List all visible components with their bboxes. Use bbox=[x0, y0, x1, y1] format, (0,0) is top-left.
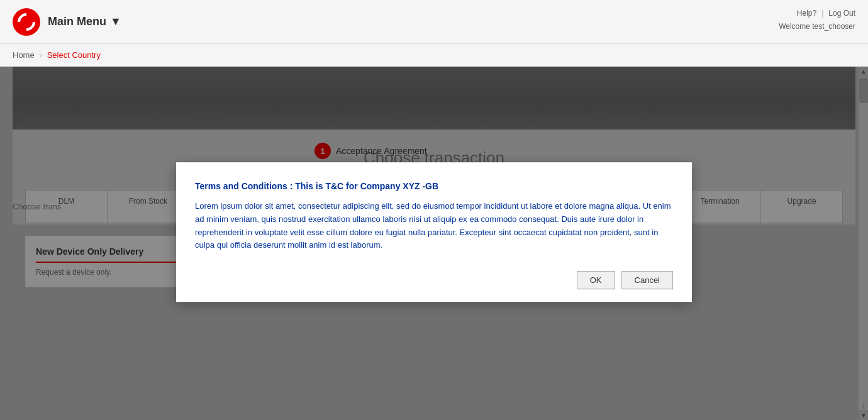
welcome-text: Welcome test_chooser bbox=[779, 21, 855, 33]
modal-body: Lorem ipsum dolor sit amet, consectetur … bbox=[195, 200, 673, 252]
header-separator: | bbox=[821, 8, 823, 19]
modal-title: Terms and Conditions : This is T&C for C… bbox=[195, 181, 673, 191]
main-content: Choose trans Choose transaction Select y… bbox=[0, 67, 868, 420]
modal-footer: OK Cancel bbox=[195, 271, 673, 289]
help-link[interactable]: Help? bbox=[797, 8, 816, 19]
main-menu-button[interactable]: Main Menu ▼ bbox=[48, 15, 121, 28]
ok-button[interactable]: OK bbox=[577, 271, 615, 289]
breadcrumb-separator: › bbox=[40, 51, 42, 60]
logout-link[interactable]: Log Out bbox=[828, 8, 855, 19]
main-menu-label: Main Menu bbox=[48, 15, 106, 28]
menu-arrow-icon: ▼ bbox=[110, 15, 121, 28]
cancel-button[interactable]: Cancel bbox=[621, 271, 673, 289]
vodafone-logo bbox=[13, 8, 40, 36]
breadcrumb: Home › Select Country bbox=[0, 44, 868, 67]
terms-modal: Terms and Conditions : This is T&C for C… bbox=[176, 162, 692, 302]
breadcrumb-home[interactable]: Home bbox=[13, 50, 35, 60]
header-right: Help? | Log Out Welcome test_chooser bbox=[779, 8, 855, 33]
breadcrumb-current: Select Country bbox=[47, 50, 101, 60]
header: Main Menu ▼ Help? | Log Out Welcome test… bbox=[0, 0, 868, 44]
